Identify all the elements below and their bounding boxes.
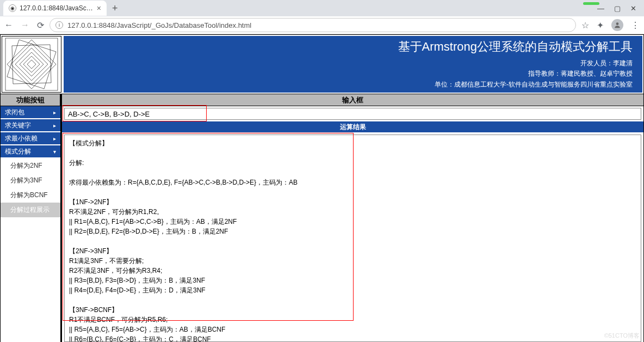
sidebar-item-label: 求闭包 [5,108,24,117]
page-banner: 基于Armstrong公理系统的自动模式分解工具 开发人员：李建清 指导教师：蒋… [0,34,644,94]
browser-chrome: ◉ 127.0.0.1:8848/JavaScript/_Go… × + — ▢… [0,0,644,34]
extensions-icon[interactable]: ✦ [597,20,604,30]
site-info-icon[interactable]: i [55,21,63,29]
address-bar: ← → ⟳ i 127.0.0.1:8848/JavaScript/_GoJs/… [0,16,644,34]
sidebar-item-label: 求最小依赖 [5,134,38,143]
svg-marker-4 [15,48,48,81]
sidebar-item-closure[interactable]: 求闭包 [1,106,60,119]
maximize-icon[interactable]: ▢ [614,4,621,13]
url-input[interactable]: i 127.0.0.1:8848/JavaScript/_GoJs/Databa… [49,18,576,32]
result-area: 【模式分解】 分解: 求得最小依赖集为：R={A,B,C,D,E}, F={AB… [62,132,643,342]
minimize-icon[interactable]: — [597,4,604,13]
svg-rect-1 [5,38,58,90]
forward-icon[interactable]: → [21,20,29,30]
new-tab-button[interactable]: + [107,3,123,14]
sidebar-item-min-dep[interactable]: 求最小依赖 [1,132,60,145]
tab-strip: ◉ 127.0.0.1:8848/JavaScript/_Go… × + — ▢… [0,0,644,16]
sidebar-sub-2nf[interactable]: 分解为2NF [1,158,60,173]
sidebar-sub-process[interactable]: 分解过程展示 [1,203,60,217]
sidebar-item-decompose[interactable]: 模式分解 [1,145,60,158]
tab-title: 127.0.0.1:8848/JavaScript/_Go… [20,4,94,12]
profile-avatar-icon[interactable] [611,19,623,31]
sidebar-item-label: 模式分解 [5,147,31,156]
result-output: 【模式分解】 分解: 求得最小依赖集为：R={A,B,C,D,E}, F={AB… [64,135,641,342]
back-icon[interactable]: ← [4,20,13,30]
chevron-right-icon [53,123,56,129]
chevron-right-icon [53,109,56,115]
kebab-menu-icon[interactable]: ⋮ [631,20,640,30]
input-section-header: 输入框 [62,94,643,106]
bookmark-icon[interactable]: ☆ [581,20,589,30]
sidebar-item-key[interactable]: 求关键字 [1,119,60,132]
page-body: 功能按钮 求闭包 求关键字 求最小依赖 模式分解 分解为2NF 分解为3NF 分… [0,94,644,342]
svg-point-0 [616,22,619,25]
browser-tab[interactable]: ◉ 127.0.0.1:8848/JavaScript/_Go… × [3,1,107,16]
sidebar-header: 功能按钮 [1,94,60,106]
banner-teacher: 指导教师：蒋建民教授、赵卓宁教授 [435,69,633,79]
fd-input[interactable] [64,108,641,120]
banner-unit: 单位：成都信息工程大学-软件自动生成与智能服务四川省重点实验室 [435,80,633,90]
result-section-header: 运算结果 [62,121,643,132]
chevron-down-icon [53,149,56,155]
svg-marker-9 [12,45,51,84]
input-area [62,106,643,121]
banner-dev: 开发人员：李建清 [435,58,633,69]
reload-icon[interactable]: ⟳ [37,20,44,30]
svg-marker-3 [11,44,52,85]
window-traffic-indicator [583,2,599,5]
url-text: 127.0.0.1:8848/JavaScript/_GoJs/Database… [67,21,251,29]
globe-icon: ◉ [9,4,16,12]
svg-marker-6 [23,56,40,72]
sidebar-sub-bcnf[interactable]: 分解为BCNF [1,188,60,203]
sidebar: 功能按钮 求闭包 求关键字 求最小依赖 模式分解 分解为2NF 分解为3NF 分… [1,94,61,342]
svg-marker-2 [7,40,56,89]
close-window-icon[interactable]: ✕ [630,4,636,13]
svg-marker-8 [7,40,56,89]
sidebar-sub-3nf[interactable]: 分解为3NF [1,173,60,188]
banner-content: 基于Armstrong公理系统的自动模式分解工具 开发人员：李建清 指导教师：蒋… [64,36,642,93]
svg-marker-7 [27,60,36,69]
chevron-right-icon [53,136,56,142]
sidebar-item-label: 求关键字 [5,121,31,130]
page-title: 基于Armstrong公理系统的自动模式分解工具 [398,39,633,55]
window-controls: — ▢ ✕ [597,4,644,13]
close-icon[interactable]: × [97,4,101,13]
main-column: 输入框 运算结果 【模式分解】 分解: 求得最小依赖集为：R={A,B,C,D,… [61,94,643,342]
logo [2,36,61,93]
